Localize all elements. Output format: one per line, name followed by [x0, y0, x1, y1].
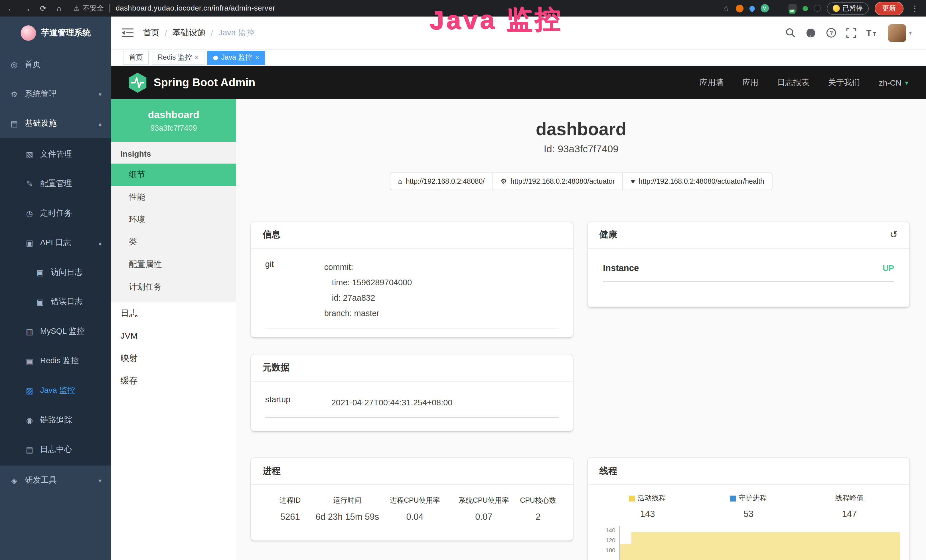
card-body: 活动线程 143 守护进程 53 线程峰值 147: [587, 485, 909, 560]
browser-menu-icon[interactable]: ⋮: [909, 4, 920, 12]
github-icon[interactable]: [806, 28, 816, 38]
svg-text:T: T: [873, 31, 876, 37]
sidebar-item-caches[interactable]: 缓存: [111, 369, 236, 392]
card-title: 信息: [263, 229, 281, 240]
infra-icon: ▤: [9, 119, 19, 128]
card-header: 信息: [251, 222, 573, 249]
home-icon[interactable]: ⌂: [54, 4, 64, 12]
health-card: 健康 ↺ Instance UP: [587, 222, 909, 307]
sidebar-item-log-center[interactable]: ▤ 日志中心: [0, 435, 111, 465]
history-icon[interactable]: ↺: [890, 229, 898, 240]
back-icon[interactable]: ←: [6, 4, 17, 12]
sidebar-item-mappings[interactable]: 映射: [111, 347, 236, 369]
legend-value: 53: [698, 509, 799, 519]
sba-nav-about[interactable]: 关于我们: [828, 77, 860, 88]
extension-icon-drop[interactable]: [748, 5, 755, 12]
sba-nav-wallboard[interactable]: 应用墙: [699, 77, 723, 88]
service-url-button[interactable]: ⌂ http://192.168.0.2:48080/: [390, 173, 493, 190]
instance-subtitle: Id: 93a3fc7f7409: [236, 144, 926, 155]
health-row: Instance UP: [603, 263, 894, 282]
user-avatar[interactable]: ▾: [888, 24, 912, 42]
main-sidebar: 芋道管理系统 ◎ 首页 ⚙ 系统管理 ▾ ▤ 基础设施 ▴ ▧ 文件管理: [0, 17, 111, 560]
app-logo[interactable]: 芋道管理系统: [0, 17, 111, 50]
address-bar[interactable]: dashboard.yudao.iocoder.cn/infra/admin-s…: [109, 4, 275, 12]
extension-icon-grid[interactable]: [775, 5, 782, 12]
breadcrumb-infra[interactable]: 基础设施: [172, 27, 205, 38]
instance-header[interactable]: dashboard 93a3fc7f7409: [111, 99, 236, 142]
menu-label: 基础设施: [25, 118, 57, 129]
sba-nav-journal[interactable]: 日志报表: [778, 77, 809, 88]
sidebar-item-jobs[interactable]: ◷ 定时任务: [0, 198, 111, 228]
app-title: 芋道管理系统: [41, 28, 91, 38]
extension-icon-orange[interactable]: [735, 5, 743, 12]
menu-label: 研发工具: [25, 475, 57, 486]
tags-view: 首页 Redis 监控 × Java 监控 ×: [111, 50, 926, 66]
extension-icon-vue[interactable]: V: [760, 4, 769, 12]
y-tick: 100: [605, 547, 616, 554]
sidebar-item-jvm[interactable]: JVM: [111, 324, 236, 347]
sidebar-item-files[interactable]: ▧ 文件管理: [0, 139, 111, 169]
java-monitor-icon: ▨: [25, 386, 34, 395]
close-icon[interactable]: ×: [195, 54, 198, 61]
sidebar-item-mysql[interactable]: ▥ MySQL 监控: [0, 317, 111, 346]
chart-y-axis: 140 120 100: [597, 526, 620, 560]
locale-selector[interactable]: zh-CN ▾: [879, 78, 908, 87]
tab-label: Java 监控: [221, 53, 252, 62]
log-center-icon: ▤: [25, 445, 34, 454]
sidebar-item-config[interactable]: ✎ 配置管理: [0, 169, 111, 198]
sidebar-item-trace[interactable]: ◉ 链路追踪: [0, 406, 111, 435]
svg-text:?: ?: [830, 30, 833, 36]
bookmark-star-icon[interactable]: ☆: [723, 4, 729, 12]
sidebar-item-api-log[interactable]: ▣ API 日志 ▴: [0, 228, 111, 257]
sidebar-toggle-icon[interactable]: [122, 27, 135, 38]
fullscreen-icon[interactable]: [846, 28, 856, 38]
card-body: git commit: time: 1596289704000 id: 27aa…: [251, 249, 573, 338]
sba-brand[interactable]: Spring Boot Admin: [129, 73, 255, 93]
sidebar-item-config-props[interactable]: 配置属性: [111, 253, 236, 276]
breadcrumb-home[interactable]: 首页: [143, 27, 159, 38]
tab-redis-monitor[interactable]: Redis 监控 ×: [152, 50, 204, 65]
forward-icon[interactable]: →: [22, 4, 33, 12]
sidebar-item-details[interactable]: 细节: [111, 164, 236, 186]
help-icon[interactable]: ?: [826, 28, 836, 38]
sidebar-item-system[interactable]: ⚙ 系统管理 ▾: [0, 79, 111, 109]
sidebar-item-performance[interactable]: 性能: [111, 186, 236, 209]
menu-label: Java 监控: [40, 385, 75, 396]
on-badge: on: [789, 9, 795, 14]
sidebar-item-home[interactable]: ◎ 首页: [0, 50, 111, 79]
tab-home[interactable]: 首页: [123, 50, 149, 65]
extension-icon-paw[interactable]: [814, 5, 821, 12]
sidebar-item-error-log[interactable]: ▣ 错误日志: [0, 287, 111, 317]
stat-label: CPU核心数: [517, 495, 559, 506]
security-chip[interactable]: ⚠ 不安全: [73, 3, 104, 13]
sidebar-item-environment[interactable]: 环境: [111, 209, 236, 231]
menu-label: 日志中心: [40, 444, 72, 455]
health-url-button[interactable]: ♥ http://192.168.0.2:48080/actuator/heal…: [623, 173, 773, 190]
extension-icon-green[interactable]: [802, 6, 808, 11]
card-header: 线程: [587, 458, 909, 485]
tab-java-monitor[interactable]: Java 监控 ×: [207, 50, 265, 65]
font-size-icon[interactable]: TT: [866, 28, 878, 37]
sidebar-item-logs[interactable]: 日志: [111, 302, 236, 324]
sba-nav-applications[interactable]: 应用: [742, 77, 758, 88]
sidebar-item-devtools[interactable]: ◈ 研发工具 ▾: [0, 466, 111, 495]
database-icon: ▥: [25, 327, 34, 336]
search-icon[interactable]: [785, 28, 795, 38]
instance-id: 93a3fc7f7409: [150, 123, 197, 132]
sidebar-item-java-monitor[interactable]: ▨ Java 监控: [0, 376, 111, 406]
breadcrumb-separator: /: [211, 28, 213, 37]
close-icon[interactable]: ×: [255, 54, 259, 61]
menu-label: 访问日志: [51, 267, 83, 278]
paused-badge[interactable]: 已暂停: [826, 2, 869, 14]
sidebar-item-infra[interactable]: ▤ 基础设施 ▴: [0, 109, 111, 138]
sidebar-item-classes[interactable]: 类: [111, 231, 236, 254]
actuator-url-button[interactable]: ⚙ http://192.168.0.2:48080/actuator: [492, 173, 623, 190]
sidebar-item-redis[interactable]: ▦ Redis 监控: [0, 346, 111, 376]
extension-icon-switch[interactable]: on: [788, 4, 796, 12]
reload-icon[interactable]: ⟳: [38, 4, 48, 12]
sidebar-item-scheduled-tasks[interactable]: 计划任务: [111, 276, 236, 298]
update-button[interactable]: 更新: [875, 2, 903, 15]
sidebar-item-access-log[interactable]: ▣ 访问日志: [0, 257, 111, 287]
stat-label: 系统CPU使用率: [450, 495, 517, 506]
stat-value: 2: [517, 512, 559, 522]
